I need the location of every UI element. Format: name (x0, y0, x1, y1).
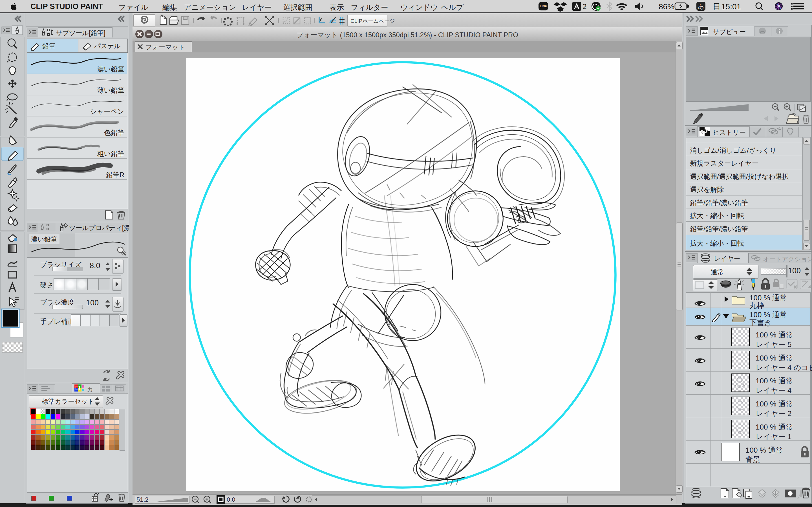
svg-text:粗い鉛筆: 粗い鉛筆 (97, 150, 124, 158)
svg-text:あ: あ (698, 3, 704, 10)
svg-text:薄い鉛筆: 薄い鉛筆 (97, 87, 124, 94)
svg-text:日: 日 (713, 2, 721, 11)
svg-text:86%: 86% (659, 2, 674, 11)
svg-text:2: 2 (582, 2, 587, 11)
svg-text:シャーペン: シャーペン (90, 108, 124, 115)
svg-text:15:01: 15:01 (721, 2, 741, 11)
svg-text:色鉛筆: 色鉛筆 (104, 129, 124, 136)
svg-text:LINE: LINE (540, 4, 547, 8)
svg-text:鉛筆R: 鉛筆R (106, 171, 124, 179)
svg-text:濃い鉛筆: 濃い鉛筆 (97, 65, 124, 73)
